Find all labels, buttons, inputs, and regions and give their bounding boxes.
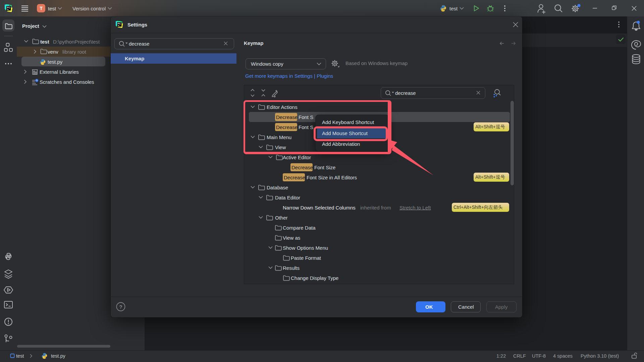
svg-text:Database: Database [267, 185, 288, 190]
svg-text:venv: venv [48, 49, 58, 55]
svg-text:Python 3.10 (test): Python 3.10 (test) [581, 353, 619, 359]
svg-text:Show Options Menu: Show Options Menu [283, 245, 328, 251]
svg-text:Stretch to Left: Stretch to Left [399, 205, 431, 210]
svg-text:CRLF: CRLF [513, 353, 526, 359]
svg-text:PC: PC [118, 22, 121, 25]
svg-text:Font Size: Font Size [314, 165, 335, 170]
svg-text:Change Display Type: Change Display Type [291, 275, 338, 281]
svg-text:Scratches and Consoles: Scratches and Consoles [40, 79, 94, 85]
svg-text:Font Size in All Editors: Font Size in All Editors [307, 175, 357, 180]
svg-text:test: test [449, 6, 458, 11]
svg-text:Version control: Version control [72, 6, 106, 11]
svg-text:Data Editor: Data Editor [275, 195, 300, 200]
svg-text:External Libraries: External Libraries [40, 69, 79, 75]
svg-text:test.py: test.py [48, 59, 63, 65]
svg-text:?: ? [119, 304, 122, 310]
svg-text:library root: library root [62, 49, 87, 55]
svg-text:test: test [40, 39, 49, 45]
svg-text:Narrow Down Selected Columns: Narrow Down Selected Columns [283, 205, 356, 210]
svg-text:UTF-8: UTF-8 [532, 353, 546, 359]
svg-text:Active Editor: Active Editor [283, 155, 311, 160]
svg-text:Results: Results [283, 265, 300, 271]
svg-text:decrease: decrease [129, 41, 150, 47]
svg-text:Compare Data: Compare Data [283, 225, 316, 231]
svg-text:View as: View as [283, 235, 300, 241]
svg-text:1:22: 1:22 [496, 353, 506, 359]
svg-text:Other: Other [275, 215, 288, 221]
svg-text:test: test [48, 6, 56, 11]
svg-text:T: T [40, 6, 43, 11]
svg-text:test.py: test.py [51, 353, 65, 359]
svg-text:Settings: Settings [127, 22, 147, 27]
svg-text:D:\pythonProject\test: D:\pythonProject\test [53, 39, 100, 45]
svg-text:4 spaces: 4 spaces [553, 353, 573, 359]
svg-text:PC: PC [7, 6, 10, 9]
svg-text:Paste Format: Paste Format [291, 255, 321, 261]
svg-text:inherited from: inherited from [360, 205, 391, 210]
svg-text:test: test [16, 353, 24, 359]
